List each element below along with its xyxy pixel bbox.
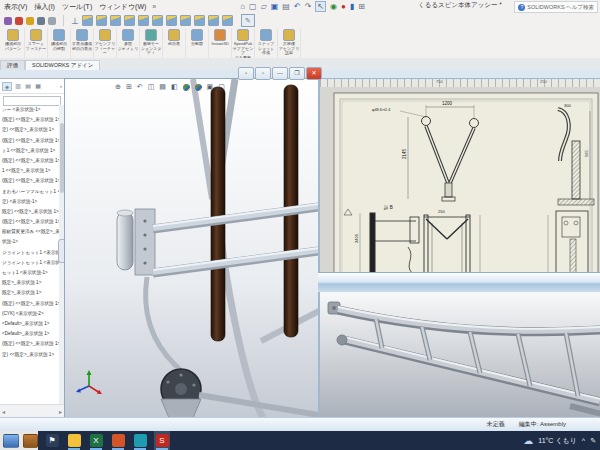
ribbon-button[interactable]: アセンブリ フィーチャー <box>94 28 117 58</box>
tree-item[interactable]: <Default>_表示状態 1> <box>0 319 59 329</box>
zoom-to-fit-icon[interactable]: ⊕ <box>115 83 121 91</box>
ribbon-button[interactable]: SpeedPak サブアセンブ リを更新 <box>232 28 255 58</box>
tree-item[interactable]: ジョイントセット1 <表示状態- <box>0 258 59 268</box>
help-search[interactable]: ? SOLIDWORKS ヘルプ検索 <box>514 1 598 13</box>
assembly-tool-icon-11[interactable] <box>222 15 233 26</box>
menu-item[interactable]: ウィンドウ(W) <box>99 2 146 12</box>
tree-item[interactable]: 定) <<既定>_表示状態 1> <box>0 350 59 360</box>
tree-item[interactable]: (既定) <<既定>_表示状態 1> <box>0 176 59 186</box>
tree-item[interactable]: 状態-1> <box>0 237 59 247</box>
part-3d-window[interactable] <box>318 292 600 417</box>
wood-pole-left[interactable] <box>211 87 225 341</box>
previous-view-icon[interactable]: ↶ <box>137 83 143 91</box>
apply-scene-icon[interactable]: ▣ <box>207 83 214 91</box>
ribbon-button[interactable]: 参照 ジオメトリ <box>117 28 140 58</box>
tree-item[interactable]: 定) <表示状態-1> <box>0 197 59 207</box>
select-icon[interactable]: ↖ <box>315 1 326 12</box>
tree-item[interactable]: 部材質変更済み <<既定>_表示 <box>0 227 59 237</box>
minimize-button[interactable]: — <box>272 67 288 80</box>
rebuild-icon[interactable]: ◉ <box>330 2 337 11</box>
briefcase-icon[interactable] <box>23 434 39 448</box>
tree-item[interactable]: (既定) <<既定>_表示状態 1> <box>0 115 59 125</box>
redo-icon[interactable]: ↷ <box>305 2 312 11</box>
ribbon-button[interactable]: スナップ ショット 作成 <box>255 28 278 58</box>
tree-item[interactable]: ジョイントセット1 <表示状態- <box>0 248 59 258</box>
assembly-tool-icon-8[interactable] <box>180 15 191 26</box>
folder-icon[interactable] <box>66 431 82 450</box>
tree-item[interactable]: 定) <<既定>_表示状態 1> <box>0 125 59 135</box>
tree-horizontal-scrollbar[interactable]: ◂ ▸ <box>0 404 64 418</box>
ribbon-button[interactable]: 構成部品 パターン <box>2 28 25 58</box>
pdm-app-icon[interactable] <box>132 431 148 450</box>
tray-chevron-icon[interactable]: ^ <box>582 437 585 444</box>
menu-item[interactable]: 挿入(I) <box>34 2 55 12</box>
assembly-tool-icon-5[interactable] <box>138 15 149 26</box>
ribbon-button[interactable]: 部品表 <box>163 28 186 58</box>
scroll-right-icon[interactable]: ▸ <box>59 408 62 415</box>
excel-icon[interactable]: X <box>88 431 104 450</box>
options-icon[interactable]: ⊞ <box>358 2 365 11</box>
home-icon[interactable]: ⌂ <box>240 2 245 11</box>
render-icon[interactable] <box>15 17 23 25</box>
view-settings-icon[interactable]: ▢ <box>218 83 225 91</box>
tree-item[interactable]: (既定) <<既定>_表示状態 1> <box>0 156 59 166</box>
tray-pen-icon[interactable]: ✎ <box>590 437 596 445</box>
display-style-icon[interactable]: ◧ <box>171 83 178 91</box>
red-status-icon[interactable]: ● <box>341 2 346 11</box>
assembly-tool-icon-3[interactable] <box>110 15 121 26</box>
print-icon[interactable]: ▤ <box>282 2 290 11</box>
tree-item[interactable]: シー <表示状態-1> <box>0 105 59 115</box>
hide-show-items-icon[interactable] <box>183 84 190 91</box>
zoom-to-area-icon[interactable]: ⊞ <box>126 83 132 91</box>
browser-sphere-icon[interactable] <box>110 431 126 450</box>
window-app-icon[interactable] <box>3 434 19 448</box>
close-button[interactable]: ✕ <box>306 67 322 80</box>
new-document-icon[interactable]: ▢ <box>249 2 257 11</box>
ribbon-button[interactable]: Instant3D <box>209 28 232 58</box>
tree-item[interactable]: 既定>_表示状態 1> <box>0 288 59 298</box>
drawing-window[interactable]: 750 250 <box>318 78 600 273</box>
viewport-layout-icon[interactable] <box>48 17 56 25</box>
tree-item[interactable]: (既定) <<既定>_表示状態 1> <box>0 136 59 146</box>
view-orientation-icon[interactable]: ▤ <box>159 83 166 91</box>
weather-temp[interactable]: 11°C くもり <box>538 436 577 446</box>
menu-item[interactable]: ツール(T) <box>62 2 92 12</box>
taskbar-pin-icon[interactable]: ⚑ <box>44 431 60 450</box>
propertymanager-tab-icon[interactable]: ▥ <box>14 82 22 91</box>
child-window-icon-1[interactable]: ▫ <box>238 67 254 80</box>
assembly-tool-icon-7[interactable] <box>166 15 177 26</box>
assembly-tool-icon-2[interactable] <box>96 15 107 26</box>
assembly-tool-icon-4[interactable] <box>124 15 135 26</box>
restore-button[interactable]: ❐ <box>289 67 305 80</box>
featuremanager-tab-icon[interactable]: ◈ <box>2 82 12 91</box>
panel-flyout-arrow[interactable]: › <box>60 83 62 89</box>
tree-item[interactable]: 既定) <<既定>_表示状態 1> <box>0 207 59 217</box>
ribbon-button[interactable]: 構成部品 の移動 <box>48 28 71 58</box>
weather-cloud-icon[interactable]: ☁ <box>523 436 533 446</box>
menu-item[interactable]: 表示(V) <box>4 2 27 12</box>
tree-item[interactable]: <Default>_表示状態 1> <box>0 329 59 339</box>
ribbon-button[interactable]: スマート ファスナー <box>25 28 48 58</box>
scroll-left-icon[interactable]: ◂ <box>2 408 5 415</box>
tree-item[interactable]: (既定) <<既定>_表示状態 1> <box>0 299 59 309</box>
window-divider[interactable] <box>318 272 600 294</box>
tree-item[interactable]: セット1 <表示状態-1> <box>0 268 59 278</box>
tree-item[interactable]: (既定) <<既定>_表示状態 1> <box>0 339 59 349</box>
tree-item[interactable]: ト1 <<既定>_表示状態 1> <box>0 146 59 156</box>
edit-appearance-icon[interactable] <box>195 84 202 91</box>
tab-solidworks-addins[interactable]: SOLIDWORKS アドイン <box>25 60 100 70</box>
dimxpert-tab-icon[interactable]: ▦ <box>34 82 42 91</box>
appearance-icon[interactable] <box>4 17 12 25</box>
palette-icon[interactable] <box>26 17 34 25</box>
ribbon-button[interactable]: 非表示構成 部品の表示 <box>71 28 94 58</box>
assembly-tool-icon-1[interactable] <box>82 15 93 26</box>
camera-icon[interactable] <box>37 17 45 25</box>
section-view-icon[interactable]: ◫ <box>148 83 155 91</box>
solidworks-icon[interactable]: S <box>154 431 170 450</box>
tab-evaluate[interactable]: 評価 <box>0 60 25 70</box>
assembly-tool-icon-6[interactable] <box>152 15 163 26</box>
tree-item[interactable]: まわるパーツフルセット1 <表示状 <box>0 187 59 197</box>
child-window-icon-2[interactable]: ▫ <box>255 67 271 80</box>
tree-item[interactable]: (既定) <<既定>_表示状態 1> <box>0 217 59 227</box>
hinge-assembly[interactable] <box>117 209 155 275</box>
